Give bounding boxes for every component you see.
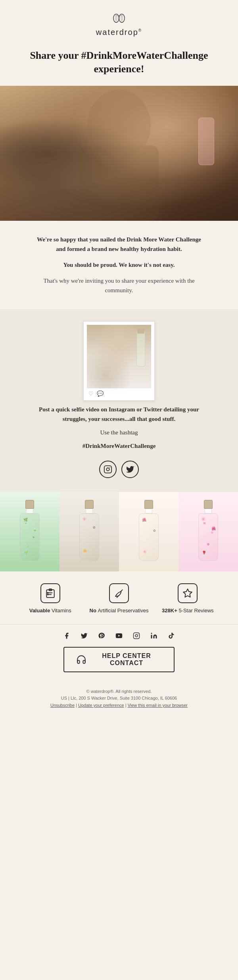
product-bg-4: 🌸 🌺 🌹	[178, 492, 238, 571]
svg-point-16	[151, 633, 152, 634]
bottle-1: 🌿 🍃 🌱	[19, 500, 41, 563]
bottle-neck-4	[205, 509, 212, 513]
svg-rect-14	[134, 633, 140, 639]
feature-item-preservatives: No Artificial Preservatives	[84, 583, 153, 614]
hero-image-inner	[0, 86, 238, 221]
reviews-label: 328K+ 5-Star Reviews	[162, 607, 213, 614]
instagram-icon[interactable]	[99, 461, 117, 478]
hashtag-text: #DrinkMoreWaterChallenge	[28, 441, 210, 451]
body-paragraph-2: You should be proud. We know it's not ea…	[32, 260, 206, 270]
svg-marker-13	[183, 589, 192, 597]
social-footer-icons	[8, 631, 230, 641]
bottle-2: 🌸 ✿ 🌼	[79, 500, 100, 563]
body-paragraph-1: We're so happy that you nailed the Drink…	[32, 235, 206, 254]
products-strip: 🌿 🍃 🌱 🌸 ✿ 🌼	[0, 492, 238, 571]
linkedin-footer-icon[interactable]	[149, 631, 159, 641]
footer-info: © waterdrop®. All rights reserved. US | …	[0, 684, 238, 721]
comment-icon: 💬	[97, 390, 104, 397]
headset-icon	[76, 654, 86, 666]
copyright: © waterdrop®. All rights reserved.	[16, 688, 222, 695]
bottle-cap-2	[85, 500, 94, 509]
instagram-card-image	[87, 325, 151, 388]
twitter-icon[interactable]	[121, 461, 139, 478]
product-bg-3: 🌺 ✿ 🌸	[119, 492, 178, 571]
footer-links: Unsubscribe | Update your preference | V…	[16, 702, 222, 709]
bottle-4: 🌸 🌺 🌹	[198, 500, 219, 563]
product-bg-1: 🌿 🍃 🌱	[0, 492, 60, 571]
bottle-3: 🌺 ✿ 🌸	[138, 500, 160, 563]
hero-image	[0, 86, 238, 221]
svg-rect-2	[115, 15, 123, 16]
facebook-footer-icon[interactable]	[61, 631, 72, 641]
vitamins-icon	[40, 583, 60, 603]
twitter-footer-icon[interactable]	[79, 631, 89, 641]
bottle-neck-3	[145, 509, 152, 513]
view-browser-link[interactable]: View this email in your browser	[128, 703, 188, 708]
bottle-cap-4	[204, 500, 213, 509]
features-bar: Valuable Vitamins No Artificial Preserva…	[0, 571, 238, 624]
bottle-body-3: 🌺 ✿ 🌸	[139, 513, 159, 561]
hashtag-label: Use the hashtag	[28, 428, 210, 437]
youtube-footer-icon[interactable]	[114, 631, 124, 641]
vitamins-label: Valuable Vitamins	[29, 607, 71, 614]
tiktok-footer-icon[interactable]	[166, 631, 177, 641]
body-paragraph-3: That's why we're inviting you to share y…	[32, 276, 206, 295]
heart-icon: ♡	[88, 390, 94, 397]
unsubscribe-link[interactable]: Unsubscribe	[50, 703, 75, 708]
product-item-2: 🌸 ✿ 🌼	[60, 492, 119, 571]
instagram-footer-icon[interactable]	[131, 631, 142, 641]
help-center-label: HELP CENTER CONTACT	[91, 652, 162, 667]
svg-rect-5	[104, 465, 111, 473]
product-item-1: 🌿 🍃 🌱	[0, 492, 60, 571]
product-bg-2: 🌸 ✿ 🌼	[60, 492, 119, 571]
social-challenge-section: ♡ 💬 Post a quick selfie video on Instagr…	[0, 309, 238, 492]
product-item-4: 🌸 🌺 🌹	[178, 492, 238, 571]
brand-name: waterdrop®	[8, 28, 230, 37]
instagram-card-actions: ♡ 💬	[87, 388, 151, 398]
instagram-card: ♡ 💬	[83, 321, 155, 401]
bottle-cap-1	[25, 500, 34, 509]
svg-rect-4	[79, 145, 159, 221]
update-preference-link[interactable]: Update your preference	[78, 703, 124, 708]
feature-item-vitamins: Valuable Vitamins	[16, 583, 84, 614]
feature-item-reviews: 328K+ 5-Star Reviews	[154, 583, 222, 614]
bottle-neck-2	[86, 509, 93, 513]
bottle-body-2: 🌸 ✿ 🌼	[79, 513, 99, 561]
address: US | Llc, 200 S Wacker Drive, Suite 3100…	[16, 695, 222, 702]
body-text-section: We're so happy that you nailed the Drink…	[0, 221, 238, 309]
reviews-icon	[178, 583, 198, 603]
email-header: waterdrop®	[0, 0, 238, 45]
social-icons-row	[99, 461, 139, 478]
no-preservatives-icon	[109, 583, 129, 603]
social-footer: HELP CENTER CONTACT	[0, 624, 238, 684]
pinterest-footer-icon[interactable]	[96, 631, 107, 641]
hero-heading-section: Share your #DrinkMoreWaterChallenge expe…	[0, 45, 238, 86]
preservatives-label: No Artificial Preservatives	[90, 607, 149, 614]
svg-point-12	[47, 594, 48, 595]
svg-point-11	[47, 592, 48, 593]
bottle-cap-3	[144, 500, 153, 509]
social-call-to-action: Post a quick selfie video on Instagram o…	[28, 405, 210, 424]
social-text-block: Post a quick selfie video on Instagram o…	[20, 397, 218, 461]
product-item-3: 🌺 ✿ 🌸	[119, 492, 178, 571]
bottle-body-4: 🌸 🌺 🌹	[198, 513, 218, 561]
logo-icon	[111, 12, 127, 25]
bottle-neck-1	[26, 509, 33, 513]
help-center-button[interactable]: HELP CENTER CONTACT	[63, 647, 175, 672]
hero-title: Share your #DrinkMoreWaterChallenge expe…	[24, 49, 214, 76]
bottle-body-1: 🌿 🍃 🌱	[20, 513, 40, 561]
